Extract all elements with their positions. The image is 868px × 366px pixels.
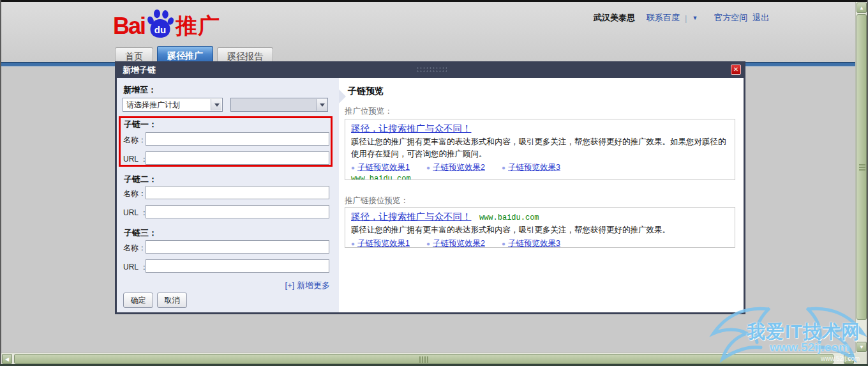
sublink-preview-item: ●子链预览效果1 [351,238,410,248]
bullet-icon: ● [426,240,430,247]
bullet-icon: ● [502,164,505,171]
sublink1-title: 子链一： [124,119,157,130]
sublink-preview-1[interactable]: 子链预览效果1 [357,163,410,172]
watermark-site-name: 我爱IT技术网 [747,319,860,345]
header-links: 武汉美泰思 联系百度 | ▼ 官方空间 退出 [594,12,769,24]
window-frame-top [0,0,868,2]
sublink1-name-input[interactable] [146,132,329,146]
scroll-corner-icon[interactable]: ↘ [844,354,854,364]
ad-description-short: 蹊径让您的推广拥有更丰富的表达形式和内容，吸引更多关注，帮您获得更好的推广效果。 [351,224,729,236]
close-icon[interactable]: ✕ [731,65,741,75]
sublink3-name-label: 名称： [123,243,146,254]
dropdown-arrow-icon[interactable] [211,99,221,111]
dialog-titlebar[interactable]: 新增子链 ✕ [115,61,745,78]
ok-button[interactable]: 确定 [123,293,153,308]
sublink-preview-item: ●子链预览效果1 [351,162,410,173]
sublink-preview-row: ●子链预览效果1 ●子链预览效果2 ●子链预览效果3 [351,238,729,248]
baidu-logo: Bai du 推广 [113,8,220,40]
sublink-preview-row: ●子链预览效果1 ●子链预览效果2 ●子链预览效果3 [351,162,729,173]
add-sublink-dialog: 新增子链 ✕ 新增至： 请选择推广计划 子链一： 名称： [115,61,745,314]
sublink-preview-item: ●子链预览效果3 [502,238,560,248]
ad-description: 蹊径让您的推广拥有更丰富的表达形式和内容，吸引更多关注，帮您获得更好的推广效果。… [351,136,729,160]
ad-title-row: 蹊径，让搜索推广与众不同！ www.baidu.com [351,211,729,223]
sublink3-name-input[interactable] [146,240,329,254]
sublink3-title: 子链三： [124,227,157,239]
sublink1-name-label: 名称： [123,135,146,146]
vertical-scrollbar[interactable]: ▲ ▼ [855,2,867,353]
sublink-preview-item: ●子链预览效果2 [426,162,485,173]
sublink-preview-1[interactable]: 子链预览效果1 [357,239,410,248]
sublink1-url-label: URL ： [123,154,148,165]
contact-baidu-link[interactable]: 联系百度 [647,12,680,24]
sublink2-name-input[interactable] [146,186,329,199]
plan-select[interactable]: 请选择推广计划 [123,98,223,112]
dropdown-arrow-icon[interactable] [316,99,327,111]
sublink-preview-3[interactable]: 子链预览效果3 [508,163,560,172]
sublink2-name-label: 名称： [123,188,146,199]
logo-text-product: 推广 [176,11,220,40]
sublink3-url-input[interactable] [146,259,329,273]
preview-heading: 子链预览 [348,86,384,97]
logo-text-bai: Bai [113,12,145,40]
account-name: 武汉美泰思 [594,12,635,24]
display-url: www.baidu.com [351,174,729,180]
ad-title-link[interactable]: 蹊径，让搜索推广与众不同！ [351,211,472,222]
ad-title-link[interactable]: 蹊径，让搜索推广与众不同！ [351,123,472,133]
plan-select-value: 请选择推广计划 [126,100,180,109]
panel-pointer-icon [339,89,346,103]
sublink-preview-item: ●子链预览效果3 [502,162,560,173]
scroll-left-icon[interactable]: ◀ [2,354,12,364]
cancel-button[interactable]: 取消 [157,293,187,308]
display-url: www.baidu.com [479,213,539,222]
sublink-preview-item: ●子链预览效果2 [426,238,485,248]
vertical-scrollbar-thumb[interactable] [857,14,867,320]
window-frame-left [0,0,1,366]
add-to-label: 新增至： [123,84,156,96]
sublink-preview-3[interactable]: 子链预览效果3 [508,239,560,248]
link-separator: | [685,13,687,23]
scroll-down-icon[interactable]: ▼ [857,342,867,352]
app-window: Bai du 推广 武汉美泰思 联系百度 | ▼ 官方空间 退出 [0,0,868,366]
sublink-preview-panel: 子链预览 推广位预览： 蹊径，让搜索推广与众不同！ 蹊径让您的推广拥有更丰富的表… [339,78,744,312]
horizontal-scrollbar[interactable]: ◀ ↘ [1,353,855,365]
svg-text:du: du [154,24,166,35]
bullet-icon: ● [502,240,505,247]
drag-handle-icon[interactable] [416,66,447,73]
link-placement-preview-label: 推广链接位预览： [345,195,408,206]
sublink3-url-label: URL ： [123,262,148,273]
bullet-icon: ● [351,240,355,247]
dialog-body: 新增至： 请选择推广计划 子链一： 名称： URL ： 子链二： 名 [117,78,744,312]
sublink1-url-input[interactable] [146,151,329,165]
sublink2-url-input[interactable] [146,205,329,218]
bullet-icon: ● [351,164,355,171]
horizontal-scrollbar-thumb[interactable] [14,354,834,364]
add-more-link[interactable]: [+] 新增更多 [285,280,330,291]
sublink-form-panel: 新增至： 请选择推广计划 子链一： 名称： URL ： 子链二： 名 [117,78,339,312]
placement-preview-box: 蹊径，让搜索推广与众不同！ 蹊径让您的推广拥有更丰富的表达形式和内容，吸引更多关… [345,119,735,180]
scroll-up-icon[interactable]: ▲ [857,3,867,13]
sublink2-url-label: URL ： [123,208,148,218]
sublink-preview-2[interactable]: 子链预览效果2 [433,163,485,172]
official-space-link[interactable]: 官方空间 [714,12,747,24]
bullet-icon: ● [426,164,430,171]
sublink-preview-2[interactable]: 子链预览效果2 [433,239,485,248]
dialog-title: 新增子链 [123,65,156,76]
scrollbar-corner [855,353,867,365]
baidu-paw-icon: du [146,8,175,40]
page-header: Bai du 推广 武汉美泰思 联系百度 | ▼ 官方空间 退出 [1,2,855,62]
sublink2-title: 子链二： [124,174,157,185]
link-placement-preview-box: 蹊径，让搜索推广与众不同！ www.baidu.com 蹊径让您的推广拥有更丰富… [345,207,735,248]
logout-link[interactable]: 退出 [752,12,769,24]
chevron-down-icon[interactable]: ▼ [692,15,698,21]
group-select[interactable] [230,98,328,112]
placement-preview-label: 推广位预览： [345,106,393,117]
